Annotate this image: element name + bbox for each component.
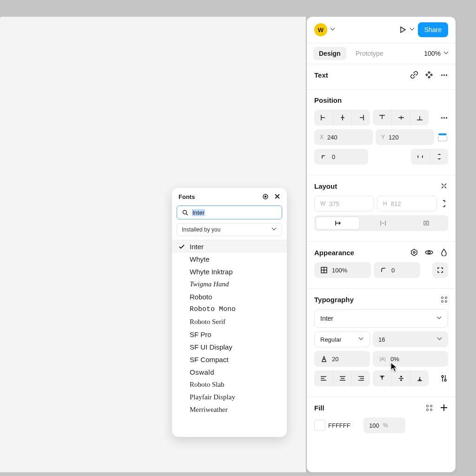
text-align-center-button[interactable] bbox=[333, 370, 351, 386]
position-x-field[interactable]: X 240 bbox=[314, 129, 373, 145]
individual-corners-button[interactable] bbox=[432, 262, 448, 278]
fill-opacity-field[interactable]: 100 % bbox=[364, 417, 405, 433]
position-y-value: 120 bbox=[389, 134, 399, 141]
font-item[interactable]: SF Pro bbox=[172, 328, 287, 341]
section-title-appearance: Appearance bbox=[314, 249, 403, 257]
text-align-bottom-button[interactable] bbox=[410, 370, 429, 386]
text-align-top-button[interactable] bbox=[373, 370, 391, 386]
text-align-right-button[interactable] bbox=[351, 370, 370, 386]
font-item[interactable]: Inter bbox=[172, 240, 287, 253]
tab-prototype[interactable]: Prototype bbox=[350, 47, 389, 60]
section-fill: Fill FFFFFF 100 % bbox=[307, 397, 456, 443]
height-field[interactable]: H 812 bbox=[377, 196, 437, 212]
font-item[interactable]: Twigma Hand bbox=[172, 278, 287, 291]
position-y-field[interactable]: Y 120 bbox=[376, 129, 434, 145]
visibility-icon[interactable] bbox=[425, 248, 433, 257]
search-icon bbox=[181, 208, 189, 217]
corner-radius-field[interactable]: 0 bbox=[374, 262, 420, 278]
flip-horizontal-button[interactable] bbox=[411, 149, 430, 165]
present-button[interactable] bbox=[398, 26, 407, 34]
align-top-button[interactable] bbox=[373, 110, 391, 126]
svg-rect-0 bbox=[424, 221, 429, 225]
font-item[interactable]: Whyte bbox=[172, 253, 287, 265]
font-item[interactable]: SF UI Display bbox=[172, 341, 287, 353]
chevron-down-icon bbox=[272, 227, 277, 232]
width-label: W bbox=[320, 200, 325, 207]
share-button[interactable]: Share bbox=[418, 22, 448, 37]
font-list[interactable]: InterWhyteWhyte InktrapTwigma HandRoboto… bbox=[172, 240, 287, 437]
avatar-menu-chevron-icon[interactable] bbox=[331, 27, 336, 32]
font-item[interactable]: Roboto Slab bbox=[172, 378, 287, 391]
fill-hex-value[interactable]: FFFFFF bbox=[328, 422, 361, 429]
avatar[interactable]: W bbox=[314, 23, 327, 36]
align-hcenter-button[interactable] bbox=[333, 110, 351, 126]
fill-styles-icon[interactable] bbox=[425, 403, 433, 412]
opacity-icon bbox=[320, 266, 328, 274]
fonts-settings-icon[interactable] bbox=[261, 192, 270, 201]
font-item-name: Twigma Hand bbox=[190, 280, 229, 288]
resize-hug-button[interactable] bbox=[316, 217, 360, 230]
align-more-icon[interactable] bbox=[440, 113, 448, 122]
align-bottom-button[interactable] bbox=[410, 110, 429, 126]
font-item-name: Oswald bbox=[190, 368, 214, 376]
more-menu-icon[interactable] bbox=[440, 71, 448, 79]
resize-fill-button[interactable] bbox=[361, 215, 404, 231]
type-details-icon[interactable] bbox=[440, 374, 448, 383]
fonts-title: Fonts bbox=[178, 193, 257, 200]
font-item[interactable]: Merriweather bbox=[172, 403, 287, 416]
letter-spacing-field[interactable]: |A| 0% bbox=[373, 351, 448, 367]
font-family-value: Inter bbox=[320, 315, 333, 322]
position-y-label: Y bbox=[381, 134, 385, 140]
font-item[interactable]: Roboto Mono bbox=[172, 303, 287, 316]
font-item-name: Roboto Mono bbox=[190, 305, 236, 313]
font-item-name: Merriweather bbox=[190, 406, 228, 414]
font-item[interactable]: SF Compact bbox=[172, 353, 287, 366]
svg-point-8 bbox=[183, 210, 186, 214]
font-item-name: Whyte Inktrap bbox=[190, 268, 233, 276]
link-icon[interactable] bbox=[410, 71, 418, 79]
present-menu-chevron-icon[interactable] bbox=[410, 27, 415, 32]
font-item[interactable]: Whyte Inktrap bbox=[172, 265, 287, 278]
font-search-input[interactable]: Inter bbox=[177, 205, 282, 219]
text-align-middle-button[interactable] bbox=[391, 370, 410, 386]
rotation-field[interactable]: 0 bbox=[314, 149, 368, 165]
font-item-name: SF Compact bbox=[190, 356, 228, 364]
font-size-dropdown[interactable]: 16 bbox=[373, 331, 448, 347]
opacity-field[interactable]: 100% bbox=[314, 262, 371, 278]
align-right-button[interactable] bbox=[351, 110, 370, 126]
font-item[interactable]: Roboto Serif bbox=[172, 316, 287, 328]
add-fill-icon[interactable] bbox=[440, 403, 448, 412]
zoom-dropdown[interactable]: 100% bbox=[424, 50, 449, 57]
text-align-left-button[interactable] bbox=[314, 370, 333, 386]
resize-group bbox=[314, 215, 448, 231]
font-family-dropdown[interactable]: Inter bbox=[314, 309, 448, 328]
align-vcenter-button[interactable] bbox=[391, 110, 410, 126]
font-weight-dropdown[interactable]: Regular bbox=[314, 331, 370, 347]
resize-fixed-button[interactable] bbox=[405, 215, 448, 231]
font-item[interactable]: Playfair Display bbox=[172, 391, 287, 403]
constrain-proportions-toggle[interactable] bbox=[437, 133, 448, 141]
tabs-row: Design Prototype 100% bbox=[307, 43, 456, 64]
collapse-icon[interactable] bbox=[440, 182, 448, 190]
close-icon[interactable] bbox=[274, 193, 280, 201]
panel-header: W Share bbox=[307, 17, 456, 43]
align-left-button[interactable] bbox=[314, 110, 333, 126]
width-field[interactable]: W 375 bbox=[314, 196, 374, 212]
resize-link-icon[interactable] bbox=[440, 199, 448, 208]
tab-design[interactable]: Design bbox=[313, 47, 346, 60]
radius-icon bbox=[379, 266, 388, 274]
section-title-position: Position bbox=[314, 96, 448, 104]
font-item[interactable]: Oswald bbox=[172, 366, 287, 378]
fill-swatch[interactable] bbox=[314, 420, 325, 431]
font-item[interactable]: Roboto bbox=[172, 291, 287, 303]
width-value: 375 bbox=[329, 200, 339, 207]
flip-vertical-button[interactable] bbox=[430, 149, 448, 165]
effects-icon[interactable] bbox=[440, 248, 448, 257]
font-filter-dropdown[interactable]: Installed by you bbox=[177, 223, 282, 236]
blend-mode-icon[interactable] bbox=[410, 248, 418, 257]
chevron-down-icon bbox=[437, 316, 442, 321]
component-icon[interactable] bbox=[425, 71, 433, 79]
type-settings-icon[interactable] bbox=[440, 295, 448, 304]
line-height-field[interactable]: 20 bbox=[314, 351, 370, 367]
inspect-panel: W Share Design Prototype 100% Text bbox=[307, 17, 456, 472]
